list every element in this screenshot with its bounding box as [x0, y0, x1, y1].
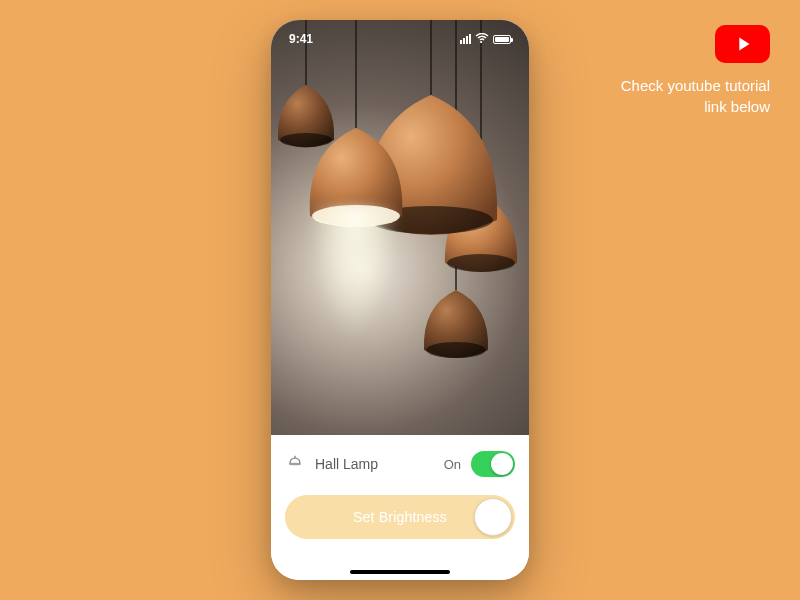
status-indicators [460, 33, 511, 45]
brightness-slider-knob[interactable] [474, 498, 512, 536]
control-panel: Hall Lamp On Set Brightness [271, 435, 529, 580]
lamp-icon [285, 454, 305, 474]
toggle-knob [491, 453, 513, 475]
device-state-group: On [444, 451, 515, 477]
brightness-label: Set Brightness [353, 509, 447, 525]
status-bar: 9:41 [271, 32, 529, 46]
youtube-icon[interactable] [715, 25, 770, 63]
svg-marker-0 [739, 38, 749, 51]
svg-point-10 [426, 342, 486, 358]
power-toggle[interactable] [471, 451, 515, 477]
svg-point-9 [312, 205, 400, 227]
svg-point-11 [290, 463, 300, 465]
device-name: Hall Lamp [315, 456, 378, 472]
signal-icon [460, 34, 471, 44]
svg-point-6 [280, 133, 332, 147]
svg-point-7 [447, 254, 515, 272]
home-indicator[interactable] [350, 570, 450, 574]
set-brightness-button[interactable]: Set Brightness [285, 495, 515, 539]
device-label-group: Hall Lamp [285, 454, 378, 474]
tutorial-callout: Check youtube tutorial link below [621, 25, 770, 117]
tutorial-line1: Check youtube tutorial [621, 75, 770, 96]
battery-icon [493, 35, 511, 44]
hero-image [271, 20, 529, 435]
wifi-icon [475, 33, 489, 45]
tutorial-line2: link below [621, 96, 770, 117]
device-state-label: On [444, 457, 461, 472]
phone-frame: 9:41 [271, 20, 529, 580]
play-icon [732, 33, 754, 55]
device-row: Hall Lamp On [285, 451, 515, 477]
tutorial-text: Check youtube tutorial link below [621, 75, 770, 117]
status-time: 9:41 [289, 32, 313, 46]
